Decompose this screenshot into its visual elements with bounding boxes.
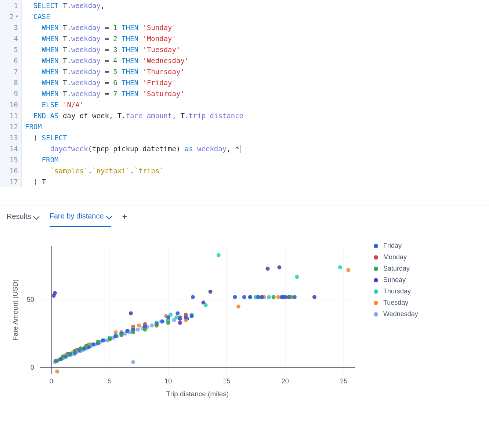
svg-point-53	[55, 369, 59, 373]
svg-point-188	[96, 340, 100, 344]
add-tab-button[interactable]: +	[122, 212, 127, 222]
svg-point-172	[190, 314, 194, 318]
svg-text:5: 5	[108, 377, 112, 385]
fold-arrow-icon[interactable]: ▼	[16, 11, 18, 22]
legend-item[interactable]: Thursday	[374, 288, 418, 295]
svg-point-140	[174, 315, 178, 319]
svg-point-148	[338, 265, 342, 269]
svg-text:0: 0	[50, 377, 53, 385]
scatter-chart[interactable]: 0510152025050Trip distance (miles)Fare A…	[10, 238, 363, 400]
svg-point-29	[266, 267, 270, 271]
legend-label: Sunday	[383, 276, 406, 284]
svg-point-142	[204, 303, 208, 307]
legend-dot-icon	[374, 289, 378, 294]
svg-point-161	[114, 334, 118, 338]
svg-point-185	[73, 349, 77, 353]
svg-point-67	[137, 324, 141, 328]
legend-item[interactable]: Monday	[374, 253, 418, 261]
svg-point-181	[293, 295, 297, 299]
svg-text:20: 20	[282, 377, 289, 385]
svg-point-171	[184, 315, 188, 319]
svg-point-195	[272, 295, 276, 299]
legend-dot-icon	[374, 267, 378, 271]
svg-point-30	[277, 265, 281, 269]
svg-point-169	[175, 311, 180, 315]
svg-point-189	[108, 337, 112, 341]
svg-point-178	[260, 295, 264, 299]
svg-point-194	[166, 321, 170, 325]
code-area[interactable]: SELECT T.weekday, CASE WHEN T.weekday = …	[22, 0, 243, 187]
text-cursor	[240, 145, 241, 153]
svg-point-11	[53, 291, 57, 295]
tab-fare-by-distance[interactable]: Fare by distance	[50, 206, 111, 227]
svg-text:25: 25	[340, 377, 347, 385]
legend-dot-icon	[374, 244, 378, 248]
legend-dot-icon	[374, 301, 378, 305]
tab-results[interactable]: Results	[7, 206, 39, 227]
tab-label: Fare by distance	[50, 212, 104, 220]
svg-point-184	[67, 352, 71, 356]
svg-point-179	[280, 295, 284, 299]
svg-text:Fare Amount (USD): Fare Amount (USD)	[11, 279, 19, 341]
svg-point-73	[236, 304, 240, 308]
chevron-down-icon	[33, 213, 39, 220]
legend-item[interactable]: Sunday	[374, 276, 418, 284]
svg-point-193	[155, 324, 159, 328]
svg-point-177	[256, 295, 260, 299]
legend-item[interactable]: Friday	[374, 242, 418, 250]
svg-text:15: 15	[223, 377, 231, 385]
legend-label: Saturday	[383, 265, 410, 272]
svg-point-114	[150, 324, 154, 328]
chart-container: 0510152025050Trip distance (miles)Fare A…	[7, 227, 482, 409]
svg-point-167	[160, 319, 164, 324]
svg-point-157	[91, 342, 95, 346]
svg-point-173	[191, 295, 195, 299]
legend-label: Tuesday	[383, 299, 408, 307]
svg-point-33	[312, 295, 316, 299]
svg-text:Trip distance (miles): Trip distance (miles)	[166, 390, 229, 398]
svg-text:50: 50	[27, 296, 34, 303]
svg-point-78	[346, 268, 350, 272]
chart-legend: FridayMondaySaturdaySundayThursdayTuesda…	[374, 238, 418, 401]
svg-point-163	[125, 329, 129, 333]
line-number-gutter: 1 2▼ 3 4 5 6 7 8 9 10 11 12 13 14 15 16 …	[0, 0, 22, 187]
tab-label: Results	[7, 212, 31, 221]
chevron-down-icon	[106, 213, 112, 219]
svg-point-175	[242, 295, 246, 299]
svg-point-180	[283, 295, 287, 299]
svg-point-182	[55, 359, 59, 363]
legend-dot-icon	[374, 255, 378, 260]
svg-point-183	[61, 355, 65, 359]
legend-dot-icon	[374, 312, 378, 317]
legend-item[interactable]: Tuesday	[374, 299, 418, 307]
svg-point-168	[166, 315, 170, 319]
svg-point-186	[79, 347, 83, 351]
code-editor[interactable]: 1 2▼ 3 4 5 6 7 8 9 10 11 12 13 14 15 16 …	[0, 0, 489, 187]
svg-point-170	[178, 317, 182, 321]
legend-dot-icon	[374, 278, 378, 282]
svg-point-187	[84, 344, 88, 348]
svg-text:10: 10	[164, 377, 172, 385]
svg-point-145	[267, 295, 271, 299]
svg-point-27	[209, 290, 213, 294]
tab-bar: Results Fare by distance +	[7, 206, 482, 227]
results-panel: Results Fare by distance + 0510152025050…	[0, 206, 489, 409]
svg-text:0: 0	[30, 364, 34, 371]
svg-point-159	[101, 338, 105, 342]
svg-point-111	[136, 328, 140, 332]
svg-point-77	[276, 295, 280, 299]
legend-item[interactable]: Wednesday	[374, 310, 418, 318]
svg-point-21	[129, 311, 133, 315]
svg-point-109	[131, 360, 135, 364]
svg-point-190	[119, 333, 123, 337]
legend-label: Monday	[383, 253, 407, 261]
svg-point-192	[143, 328, 147, 332]
legend-item[interactable]: Saturday	[374, 265, 418, 272]
legend-label: Thursday	[383, 288, 411, 295]
legend-label: Friday	[383, 242, 402, 250]
legend-label: Wednesday	[383, 310, 418, 318]
svg-point-176	[248, 295, 252, 299]
svg-point-147	[295, 275, 299, 279]
svg-point-143	[217, 253, 221, 257]
svg-point-191	[131, 330, 135, 334]
